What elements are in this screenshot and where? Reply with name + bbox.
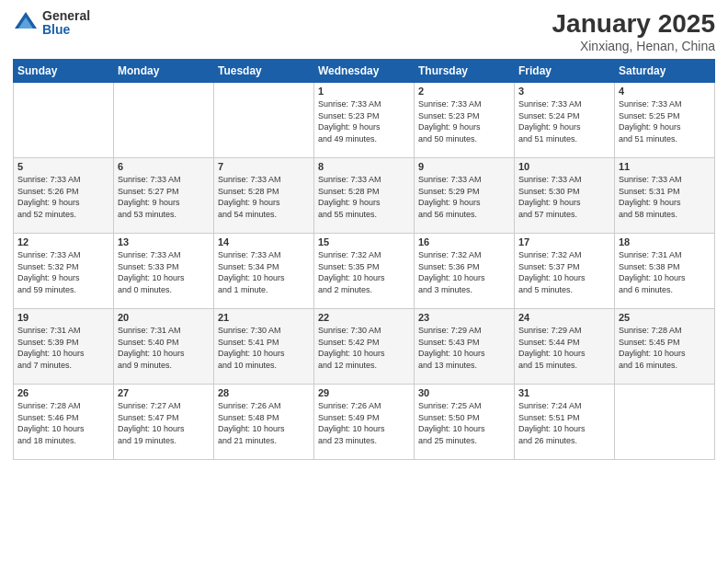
calendar-week-row: 26Sunrise: 7:28 AM Sunset: 5:46 PM Dayli… — [14, 385, 715, 460]
col-sunday: Sunday — [14, 60, 114, 83]
title-block: January 2025 Xinxiang, Henan, China — [552, 9, 715, 53]
table-row: 17Sunrise: 7:32 AM Sunset: 5:37 PM Dayli… — [515, 234, 615, 309]
table-row: 7Sunrise: 7:33 AM Sunset: 5:28 PM Daylig… — [214, 158, 314, 234]
day-number: 22 — [318, 312, 410, 323]
day-info: Sunrise: 7:26 AM Sunset: 5:48 PM Dayligh… — [218, 400, 310, 446]
day-info: Sunrise: 7:33 AM Sunset: 5:28 PM Dayligh… — [318, 174, 410, 220]
page: General Blue January 2025 Xinxiang, Hena… — [0, 0, 728, 563]
calendar-week-row: 19Sunrise: 7:31 AM Sunset: 5:39 PM Dayli… — [14, 309, 715, 385]
day-info: Sunrise: 7:33 AM Sunset: 5:31 PM Dayligh… — [619, 174, 711, 220]
calendar-week-row: 12Sunrise: 7:33 AM Sunset: 5:32 PM Dayli… — [14, 234, 715, 309]
table-row: 22Sunrise: 7:30 AM Sunset: 5:42 PM Dayli… — [314, 309, 415, 385]
col-tuesday: Tuesday — [214, 60, 314, 83]
day-number: 9 — [418, 161, 510, 172]
day-number: 28 — [218, 387, 310, 398]
day-number: 2 — [418, 86, 510, 97]
col-saturday: Saturday — [615, 60, 715, 83]
day-info: Sunrise: 7:33 AM Sunset: 5:34 PM Dayligh… — [218, 249, 310, 295]
day-info: Sunrise: 7:33 AM Sunset: 5:32 PM Dayligh… — [17, 249, 109, 295]
table-row: 3Sunrise: 7:33 AM Sunset: 5:24 PM Daylig… — [515, 83, 615, 158]
day-info: Sunrise: 7:26 AM Sunset: 5:49 PM Dayligh… — [318, 400, 410, 446]
day-info: Sunrise: 7:30 AM Sunset: 5:41 PM Dayligh… — [218, 325, 310, 371]
col-friday: Friday — [515, 60, 615, 83]
table-row: 27Sunrise: 7:27 AM Sunset: 5:47 PM Dayli… — [114, 385, 214, 460]
day-number: 13 — [118, 236, 210, 247]
table-row: 29Sunrise: 7:26 AM Sunset: 5:49 PM Dayli… — [314, 385, 415, 460]
table-row: 20Sunrise: 7:31 AM Sunset: 5:40 PM Dayli… — [114, 309, 214, 385]
day-number: 6 — [118, 161, 210, 172]
day-number: 23 — [418, 312, 510, 323]
day-info: Sunrise: 7:33 AM Sunset: 5:30 PM Dayligh… — [518, 174, 610, 220]
day-number: 26 — [17, 387, 109, 398]
table-row: 9Sunrise: 7:33 AM Sunset: 5:29 PM Daylig… — [415, 158, 515, 234]
day-number: 19 — [17, 312, 109, 323]
day-number: 25 — [619, 312, 711, 323]
day-info: Sunrise: 7:24 AM Sunset: 5:51 PM Dayligh… — [518, 400, 610, 446]
calendar-title: January 2025 — [552, 9, 715, 39]
day-number: 24 — [518, 312, 610, 323]
table-row: 14Sunrise: 7:33 AM Sunset: 5:34 PM Dayli… — [214, 234, 314, 309]
day-number: 18 — [619, 236, 711, 247]
day-info: Sunrise: 7:32 AM Sunset: 5:37 PM Dayligh… — [518, 249, 610, 295]
day-number: 3 — [518, 86, 610, 97]
day-number: 11 — [619, 161, 711, 172]
table-row: 13Sunrise: 7:33 AM Sunset: 5:33 PM Dayli… — [114, 234, 214, 309]
day-number: 5 — [17, 161, 109, 172]
col-monday: Monday — [114, 60, 214, 83]
day-info: Sunrise: 7:33 AM Sunset: 5:28 PM Dayligh… — [218, 174, 310, 220]
table-row: 10Sunrise: 7:33 AM Sunset: 5:30 PM Dayli… — [515, 158, 615, 234]
day-info: Sunrise: 7:27 AM Sunset: 5:47 PM Dayligh… — [118, 400, 210, 446]
day-info: Sunrise: 7:31 AM Sunset: 5:40 PM Dayligh… — [118, 325, 210, 371]
day-info: Sunrise: 7:29 AM Sunset: 5:44 PM Dayligh… — [518, 325, 610, 371]
day-info: Sunrise: 7:28 AM Sunset: 5:46 PM Dayligh… — [17, 400, 109, 446]
table-row — [114, 83, 214, 158]
day-number: 14 — [218, 236, 310, 247]
day-number: 10 — [518, 161, 610, 172]
table-row: 21Sunrise: 7:30 AM Sunset: 5:41 PM Dayli… — [214, 309, 314, 385]
table-row: 25Sunrise: 7:28 AM Sunset: 5:45 PM Dayli… — [615, 309, 715, 385]
day-number: 31 — [518, 387, 610, 398]
table-row: 28Sunrise: 7:26 AM Sunset: 5:48 PM Dayli… — [214, 385, 314, 460]
calendar-week-row: 1Sunrise: 7:33 AM Sunset: 5:23 PM Daylig… — [14, 83, 715, 158]
table-row: 5Sunrise: 7:33 AM Sunset: 5:26 PM Daylig… — [14, 158, 114, 234]
day-info: Sunrise: 7:31 AM Sunset: 5:38 PM Dayligh… — [619, 249, 711, 295]
day-number: 20 — [118, 312, 210, 323]
day-info: Sunrise: 7:30 AM Sunset: 5:42 PM Dayligh… — [318, 325, 410, 371]
day-info: Sunrise: 7:32 AM Sunset: 5:36 PM Dayligh… — [418, 249, 510, 295]
table-row: 2Sunrise: 7:33 AM Sunset: 5:23 PM Daylig… — [415, 83, 515, 158]
calendar-header-row: Sunday Monday Tuesday Wednesday Thursday… — [14, 60, 715, 83]
table-row: 26Sunrise: 7:28 AM Sunset: 5:46 PM Dayli… — [14, 385, 114, 460]
table-row: 12Sunrise: 7:33 AM Sunset: 5:32 PM Dayli… — [14, 234, 114, 309]
logo-icon — [13, 10, 39, 36]
calendar: Sunday Monday Tuesday Wednesday Thursday… — [13, 59, 715, 460]
table-row: 1Sunrise: 7:33 AM Sunset: 5:23 PM Daylig… — [314, 83, 415, 158]
day-info: Sunrise: 7:33 AM Sunset: 5:33 PM Dayligh… — [118, 249, 210, 295]
table-row — [214, 83, 314, 158]
table-row: 31Sunrise: 7:24 AM Sunset: 5:51 PM Dayli… — [515, 385, 615, 460]
table-row: 23Sunrise: 7:29 AM Sunset: 5:43 PM Dayli… — [415, 309, 515, 385]
table-row: 18Sunrise: 7:31 AM Sunset: 5:38 PM Dayli… — [615, 234, 715, 309]
day-info: Sunrise: 7:33 AM Sunset: 5:29 PM Dayligh… — [418, 174, 510, 220]
day-number: 16 — [418, 236, 510, 247]
table-row: 19Sunrise: 7:31 AM Sunset: 5:39 PM Dayli… — [14, 309, 114, 385]
day-number: 27 — [118, 387, 210, 398]
table-row: 11Sunrise: 7:33 AM Sunset: 5:31 PM Dayli… — [615, 158, 715, 234]
table-row: 15Sunrise: 7:32 AM Sunset: 5:35 PM Dayli… — [314, 234, 415, 309]
table-row: 16Sunrise: 7:32 AM Sunset: 5:36 PM Dayli… — [415, 234, 515, 309]
day-number: 30 — [418, 387, 510, 398]
logo-blue: Blue — [42, 23, 90, 37]
day-number: 29 — [318, 387, 410, 398]
day-info: Sunrise: 7:33 AM Sunset: 5:24 PM Dayligh… — [518, 98, 610, 144]
table-row — [615, 385, 715, 460]
table-row: 24Sunrise: 7:29 AM Sunset: 5:44 PM Dayli… — [515, 309, 615, 385]
day-number: 21 — [218, 312, 310, 323]
day-number: 1 — [318, 86, 410, 97]
day-info: Sunrise: 7:31 AM Sunset: 5:39 PM Dayligh… — [17, 325, 109, 371]
day-number: 12 — [17, 236, 109, 247]
logo-general: General — [42, 9, 90, 23]
table-row: 30Sunrise: 7:25 AM Sunset: 5:50 PM Dayli… — [415, 385, 515, 460]
col-wednesday: Wednesday — [314, 60, 415, 83]
day-info: Sunrise: 7:33 AM Sunset: 5:23 PM Dayligh… — [418, 98, 510, 144]
day-number: 7 — [218, 161, 310, 172]
logo-text: General Blue — [42, 9, 90, 38]
